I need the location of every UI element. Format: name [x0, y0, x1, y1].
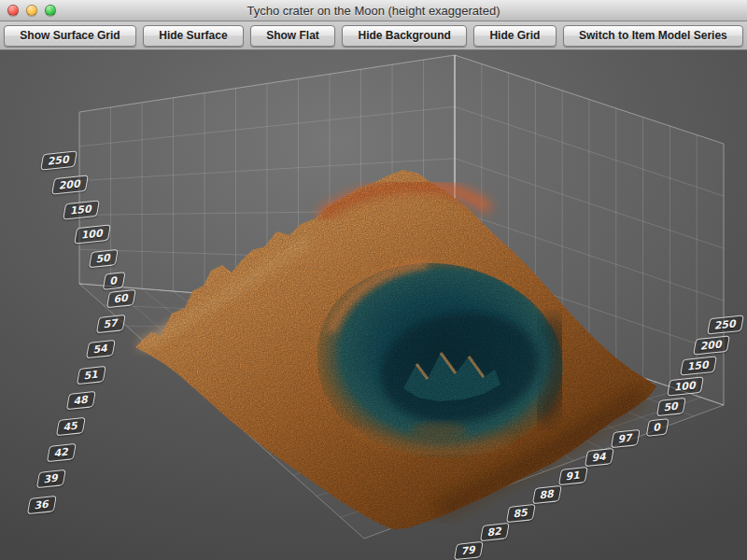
window-title: Tycho crater on the Moon (height exagger… [247, 4, 500, 18]
switch-item-model-button[interactable]: Switch to Item Model Series [563, 25, 743, 47]
window-controls [7, 0, 56, 21]
title-bar: Tycho crater on the Moon (height exagger… [0, 0, 747, 21]
hide-surface-button[interactable]: Hide Surface [143, 25, 244, 47]
show-surface-grid-button[interactable]: Show Surface Grid [4, 25, 136, 47]
hide-background-button[interactable]: Hide Background [342, 25, 467, 47]
app-window: Tycho crater on the Moon (height exagger… [0, 0, 747, 560]
zoom-button[interactable] [45, 5, 56, 16]
close-button[interactable] [7, 5, 19, 16]
minimize-button[interactable] [26, 5, 37, 16]
show-flat-button[interactable]: Show Flat [250, 25, 335, 47]
surface-3d-view[interactable]: 250 200 150 100 50 0 60 57 54 51 48 45 4… [0, 50, 747, 560]
toolbar: Show Surface Grid Hide Surface Show Flat… [0, 21, 747, 50]
hide-grid-button[interactable]: Hide Grid [473, 25, 557, 47]
